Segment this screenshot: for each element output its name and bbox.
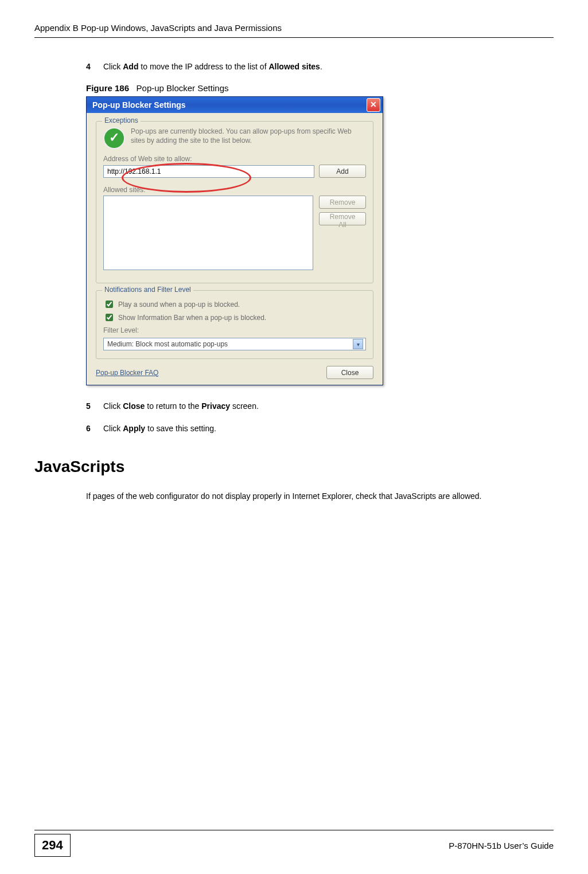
checkbox-label: Play a sound when a pop-up is blocked. [118, 301, 240, 309]
text: to return to the [145, 401, 201, 411]
allowed-sites-listbox[interactable] [103, 196, 313, 270]
address-input[interactable] [103, 165, 314, 178]
guide-name: P-870HN-51b User’s Guide [449, 841, 554, 850]
header-rule [34, 37, 554, 38]
popup-blocker-dialog: Pop-up Blocker Settings ✕ Exceptions Pop… [86, 96, 383, 385]
close-button[interactable]: Close [326, 366, 373, 379]
section-heading-javascripts: JavaScripts [34, 458, 554, 476]
text: to save this setting. [145, 424, 216, 433]
notifications-legend: Notifications and Filter Level [102, 286, 193, 294]
checkbox-play-sound[interactable]: Play a sound when a pop-up is blocked. [103, 299, 366, 310]
step-6: 6 Click Apply to save this setting. [86, 423, 542, 435]
info-check-icon [103, 127, 125, 149]
dialog-title: Pop-up Blocker Settings [92, 100, 186, 110]
text: Click [103, 401, 123, 411]
step-text: Click Add to move the IP address to the … [103, 61, 542, 73]
select-value: Medium: Block most automatic pop-ups [107, 340, 228, 348]
step-number: 5 [86, 400, 103, 412]
bold: Apply [123, 424, 145, 433]
chevron-down-icon: ▾ [353, 339, 363, 349]
page-number: 294 [34, 834, 71, 857]
filter-level-label: Filter Level: [103, 326, 366, 334]
text: Click [103, 424, 123, 433]
faq-link[interactable]: Pop-up Blocker FAQ [96, 369, 158, 377]
notifications-fieldset: Notifications and Filter Level Play a so… [96, 290, 373, 359]
add-button[interactable]: Add [319, 165, 366, 178]
checkbox-show-info-bar[interactable]: Show Information Bar when a pop-up is bl… [103, 312, 366, 323]
section-paragraph: If pages of the web configurator do not … [86, 490, 542, 502]
bold: Allowed sites [268, 62, 320, 71]
dialog-titlebar: Pop-up Blocker Settings ✕ [87, 97, 383, 113]
filter-level-select[interactable]: Medium: Block most automatic pop-ups ▾ [103, 338, 366, 350]
remove-button[interactable]: Remove [319, 196, 366, 209]
step-text: Click Apply to save this setting. [103, 423, 542, 435]
step-number: 4 [86, 61, 103, 73]
allowed-label: Allowed sites: [103, 186, 366, 194]
step-text: Click Close to return to the Privacy scr… [103, 400, 542, 412]
text: to move the IP address to the list of [138, 62, 268, 71]
figure-image: Pop-up Blocker Settings ✕ Exceptions Pop… [86, 96, 542, 385]
exceptions-legend: Exceptions [102, 116, 141, 124]
text: . [320, 62, 322, 71]
bold: Add [123, 62, 138, 71]
step-4: 4 Click Add to move the IP address to th… [86, 61, 542, 73]
footer-rule [34, 830, 554, 830]
step-number: 6 [86, 423, 103, 435]
checkbox-label: Show Information Bar when a pop-up is bl… [118, 314, 266, 322]
info-text: Pop-ups are currently blocked. You can a… [131, 127, 366, 145]
text: Click [103, 62, 123, 71]
text: screen. [230, 401, 259, 411]
exceptions-fieldset: Exceptions Pop-ups are currently blocked… [96, 121, 373, 283]
figure-caption: Figure 186 Pop-up Blocker Settings [86, 83, 542, 93]
bold: Privacy [201, 401, 230, 411]
checkbox-input[interactable] [106, 314, 113, 321]
remove-all-button[interactable]: Remove All [319, 212, 366, 225]
close-icon[interactable]: ✕ [367, 98, 380, 112]
checkbox-input[interactable] [106, 301, 113, 308]
figure-label: Figure 186 [86, 83, 129, 93]
bold: Close [123, 401, 145, 411]
address-label: Address of Web site to allow: [103, 155, 366, 163]
figure-title: Pop-up Blocker Settings [137, 83, 229, 93]
step-5: 5 Click Close to return to the Privacy s… [86, 400, 542, 412]
running-head: Appendix B Pop-up Windows, JavaScripts a… [34, 23, 554, 33]
